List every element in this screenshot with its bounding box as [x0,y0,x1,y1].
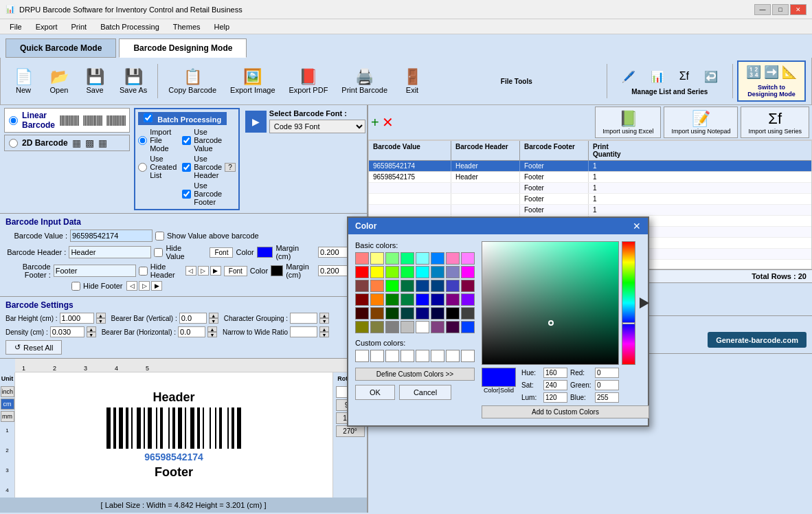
basic-color-swatch[interactable] [370,321,384,333]
font-btn-1[interactable]: Font [210,247,233,258]
basic-color-swatch[interactable] [370,293,384,306]
basic-color-swatch[interactable] [385,266,399,278]
basic-color-swatch[interactable] [446,293,460,306]
basic-color-swatch[interactable] [431,293,444,306]
basic-color-swatch[interactable] [446,252,460,265]
basic-color-swatch[interactable] [431,321,444,333]
add-custom-btn[interactable]: Add to Custom Colors [482,405,649,418]
import-notepad-btn[interactable]: 📝 Import using Notepad [664,107,738,138]
color-box-blue[interactable] [257,247,273,258]
bearer-h-up[interactable]: ▲ [207,326,217,332]
rotation-270-btn[interactable]: 270° [336,425,365,437]
reset-all-btn[interactable]: ↺ Reset All [5,340,62,355]
import-file-radio-row[interactable]: Import File Mode [138,128,177,153]
toolbar-copy-barcode-btn[interactable]: 📋 Copy Barcode [162,65,223,98]
align-center-btn[interactable]: ▷ [198,266,209,276]
bar-height-up[interactable]: ▲ [96,313,106,318]
bearer-v-down[interactable]: ▼ [209,318,218,324]
narrow-wide-down[interactable]: ▼ [319,332,329,337]
toolbar-exit-btn[interactable]: 🚪 Exit [395,65,429,98]
use-created-radio[interactable] [138,163,147,172]
basic-color-swatch[interactable] [401,293,414,306]
barcode-header-input[interactable] [69,246,151,258]
table-row[interactable]: Footer 1 [369,183,811,194]
tab-quick-barcode[interactable]: Quick Barcode Mode [5,38,116,58]
sat-input[interactable] [543,380,567,390]
narrow-wide-up[interactable]: ▲ [319,326,329,332]
bearer-h-down[interactable]: ▼ [207,332,217,337]
red-input[interactable] [595,368,619,378]
toolbar-save-as-btn[interactable]: 💾 Save As [113,65,153,98]
hue-slider[interactable] [622,241,635,365]
toolbar-export-pdf-btn[interactable]: 📕 Export PDF [283,65,335,98]
menu-themes[interactable]: Themes [166,21,207,32]
menu-batch[interactable]: Batch Processing [93,21,166,32]
basic-color-swatch[interactable] [416,321,429,333]
basic-color-swatch[interactable] [355,321,369,333]
bar-height-down[interactable]: ▼ [96,318,106,324]
use-value-checkbox[interactable] [182,136,191,145]
narrow-wide-input[interactable] [290,326,317,337]
bearer-v-up[interactable]: ▲ [209,313,218,318]
basic-color-swatch[interactable] [416,252,429,265]
hide-header-checkbox[interactable] [139,267,148,276]
table-del-btn[interactable]: ✕ [382,115,394,129]
ok-btn[interactable]: OK [355,385,395,400]
basic-color-swatch[interactable] [461,266,475,278]
hue-input[interactable] [543,368,567,378]
batch-checkbox[interactable] [144,113,153,122]
custom-swatch[interactable] [461,350,475,362]
toolbar-save-btn[interactable]: 💾 Save [78,65,112,98]
margin-2-input[interactable] [318,265,349,276]
2d-radio[interactable] [9,139,18,148]
margin-1-input[interactable] [318,247,349,258]
basic-color-swatch[interactable] [461,280,475,292]
density-up[interactable]: ▲ [87,326,96,332]
basic-color-swatch[interactable] [431,280,444,292]
2d-barcode-option[interactable]: 2D Barcode ▦ ▩ ▦ [4,135,130,151]
arrow-btn[interactable]: ▶ [245,111,267,133]
hide-value-checkbox[interactable] [154,248,163,257]
align-right-btn[interactable]: ▶ [210,266,221,276]
toolbar-print-barcode-btn[interactable]: 🖨️ Print Barcode [335,65,394,98]
hide-footer-checkbox[interactable] [71,282,80,291]
basic-color-swatch[interactable] [431,307,444,320]
color-box-black[interactable] [271,265,283,276]
basic-color-swatch[interactable] [385,321,399,333]
bearer-v-input[interactable] [179,313,207,324]
use-created-radio-row[interactable]: Use Created List [138,155,177,179]
char-group-input[interactable] [290,313,317,324]
menu-help[interactable]: Help [207,21,237,32]
close-btn[interactable]: ✕ [790,4,807,15]
basic-color-swatch[interactable] [355,280,369,292]
green-input[interactable] [595,380,619,390]
font-btn-2[interactable]: Font [224,266,247,276]
density-input[interactable] [50,326,84,337]
toolbar-open-btn[interactable]: 📂 Open [42,65,76,98]
use-header-checkbox[interactable] [182,163,191,172]
manage-list-btn2[interactable]: 📊 [644,67,670,87]
basic-color-swatch[interactable] [461,307,475,320]
footer-align-right-btn[interactable]: ▶ [151,281,162,291]
menu-file[interactable]: File [3,21,29,32]
tab-barcode-designing[interactable]: Barcode Designing Mode [119,38,247,58]
custom-swatch[interactable] [401,350,414,362]
char-group-up[interactable]: ▲ [319,313,329,318]
blue-input[interactable] [595,392,619,403]
basic-color-swatch[interactable] [401,266,414,278]
footer-align-left-btn[interactable]: ◁ [126,281,137,291]
basic-color-swatch[interactable] [385,293,399,306]
basic-color-swatch[interactable] [431,252,444,265]
basic-color-swatch[interactable] [446,266,460,278]
basic-color-swatch[interactable] [416,293,429,306]
footer-align-center-btn[interactable]: ▷ [139,281,150,291]
basic-color-swatch[interactable] [355,266,369,278]
basic-color-swatch[interactable] [385,252,399,265]
minimize-btn[interactable]: — [754,4,771,15]
menu-print[interactable]: Print [65,21,94,32]
basic-color-swatch[interactable] [446,280,460,292]
menu-export[interactable]: Export [29,21,65,32]
basic-color-swatch[interactable] [461,321,475,333]
toolbar-new-btn[interactable]: 📄 New [6,65,41,98]
import-file-radio[interactable] [138,136,147,145]
